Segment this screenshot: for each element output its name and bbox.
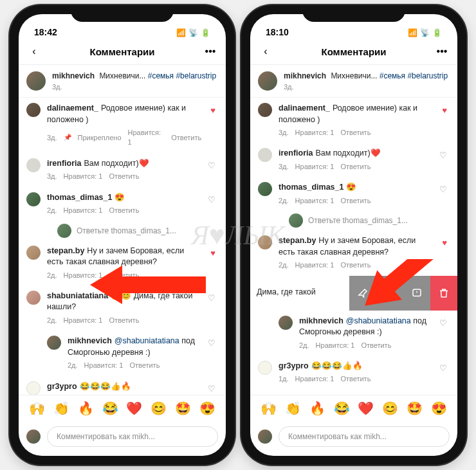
comment-username[interactable]: irenfioria	[47, 159, 82, 168]
likes-count[interactable]: Нравится: 1	[295, 196, 334, 206]
more-icon[interactable]: •••	[204, 45, 217, 58]
avatar[interactable]	[26, 381, 41, 395]
emoji-option[interactable]: 🔥	[309, 401, 325, 416]
avatar[interactable]	[258, 361, 272, 375]
comment-username[interactable]: irenfioria	[279, 149, 313, 158]
emoji-option[interactable]: ❤️	[358, 401, 374, 416]
like-icon[interactable]: ♥	[439, 235, 450, 250]
comment-reply-item[interactable]: mikhnevich@shabuniatatiana под Сморгонью…	[19, 330, 226, 375]
avatar[interactable]	[26, 246, 41, 260]
like-icon[interactable]: ♡	[437, 361, 450, 375]
avatar[interactable]	[258, 71, 277, 91]
comment-time: 2д.	[279, 196, 289, 206]
like-icon[interactable]: ♡	[437, 182, 450, 197]
emoji-option[interactable]: ❤️	[126, 401, 142, 416]
likes-count[interactable]: Нравится: 1	[64, 316, 103, 325]
reply-link[interactable]: Ответить	[340, 162, 371, 172]
reply-link[interactable]: Ответить	[109, 316, 139, 325]
comment-username[interactable]: mikhnevich	[299, 316, 343, 325]
avatar[interactable]	[258, 235, 272, 249]
comment-item[interactable]: dalinaement_Родовое имение) как и положе…	[250, 98, 457, 143]
comment-item[interactable]: gr3ypro😂😂😂👍🔥 1д. Нравится: 1 Ответить ♡	[19, 376, 226, 395]
emoji-option[interactable]: 😊	[382, 401, 398, 416]
likes-count[interactable]: Нравится: 1	[64, 206, 103, 215]
likes-count[interactable]: Нравится: 1	[316, 341, 355, 350]
likes-count[interactable]: Нравится: 1	[64, 172, 103, 181]
post-username[interactable]: mikhnevich	[284, 71, 326, 80]
avatar[interactable]	[26, 291, 41, 305]
reply-link[interactable]: Ответить	[129, 361, 160, 370]
comment-username[interactable]: stepan.by	[47, 246, 84, 255]
comment-item[interactable]: thomas_dimas_1😍 2д. Нравится: 1 Ответить…	[250, 177, 457, 211]
avatar[interactable]	[26, 103, 41, 117]
comment-username[interactable]: gr3ypro	[47, 382, 77, 391]
comment-item[interactable]: gr3ypro😂😂😂👍🔥 1д. Нравится: 1 Ответить ♡	[250, 356, 457, 390]
emoji-option[interactable]: 😍	[199, 401, 215, 416]
comment-input[interactable]: Комментировать как mikh...	[47, 426, 218, 447]
emoji-option[interactable]: 😊	[151, 401, 167, 416]
like-icon[interactable]: ♡	[205, 158, 218, 173]
like-icon[interactable]: ♡	[437, 148, 450, 163]
reply-prompt[interactable]: Ответьте thomas_dimas_1...	[250, 211, 457, 230]
comment-item[interactable]: thomas_dimas_1😍 2д. Нравится: 1 Ответить…	[19, 187, 226, 221]
avatar[interactable]	[258, 148, 272, 162]
likes-count[interactable]: Нравится: 1	[295, 128, 334, 138]
avatar[interactable]	[47, 336, 61, 350]
post-username[interactable]: mikhnevich	[52, 71, 95, 80]
reply-link[interactable]: Ответить	[340, 128, 371, 138]
comment-time: 2д.	[47, 206, 57, 215]
like-icon[interactable]: ♡	[205, 381, 218, 395]
emoji-option[interactable]: 🙌	[29, 401, 45, 416]
reply-link[interactable]: Ответить	[340, 374, 371, 384]
avatar[interactable]	[279, 316, 293, 330]
reply-prompt[interactable]: Ответьте thomas_dimas_1...	[19, 221, 226, 240]
likes-count[interactable]: Нравится: 1	[295, 374, 334, 384]
like-icon[interactable]: ♡	[205, 291, 218, 305]
emoji-option[interactable]: 🔥	[78, 401, 94, 416]
like-icon[interactable]: ♥	[208, 246, 218, 260]
comment-input[interactable]: Комментировать как mikh...	[279, 426, 450, 447]
emoji-option[interactable]: 🤩	[407, 401, 423, 416]
post-hashtags[interactable]: #семья #belarustrip	[148, 71, 216, 80]
post-text: Михневичи...	[331, 71, 377, 80]
likes-count[interactable]: Нравится: 1	[84, 361, 124, 370]
mention[interactable]: @shabuniatatiana	[114, 336, 179, 345]
avatar[interactable]	[258, 182, 272, 196]
comment-item[interactable]: irenfioriaВам подходит)❤️ 3д. Нравится: …	[250, 143, 457, 177]
reply-link[interactable]: Ответить	[340, 196, 371, 206]
emoji-option[interactable]: 🙌	[261, 401, 277, 416]
avatar[interactable]	[258, 103, 272, 117]
likes-count[interactable]: Нравится: 1	[295, 260, 334, 270]
comment-username[interactable]: stepan.by	[279, 236, 316, 245]
reply-link[interactable]: Ответить	[171, 133, 201, 143]
comment-username[interactable]: mikhnevich	[68, 336, 112, 345]
back-icon[interactable]: ‹	[28, 45, 41, 58]
reply-link[interactable]: Ответить	[109, 172, 139, 181]
emoji-option[interactable]: 👏	[53, 401, 69, 416]
avatar[interactable]	[26, 71, 46, 91]
like-icon[interactable]: ♥	[208, 103, 218, 118]
comment-username[interactable]: gr3ypro	[279, 361, 309, 370]
avatar[interactable]	[26, 192, 41, 206]
comment-username[interactable]: dalinaement_	[279, 104, 330, 113]
comment-username[interactable]: dalinaement_	[47, 104, 98, 113]
emoji-option[interactable]: 😍	[431, 401, 447, 416]
emoji-option[interactable]: 🤩	[175, 401, 191, 416]
comment-item[interactable]: irenfioriaВам подходит)❤️ 3д. Нравится: …	[19, 153, 226, 187]
like-icon[interactable]: ♡	[205, 192, 218, 207]
comment-username[interactable]: thomas_dimas_1	[47, 193, 112, 202]
avatar[interactable]	[26, 158, 41, 172]
post-hashtags[interactable]: #семья #belarustrip	[380, 71, 448, 80]
likes-count[interactable]: Нравится: 1	[128, 128, 165, 148]
emoji-option[interactable]: 😂	[334, 401, 350, 416]
comment-username[interactable]: thomas_dimas_1	[279, 183, 343, 192]
likes-count[interactable]: Нравится: 1	[295, 162, 334, 172]
like-icon[interactable]: ♥	[439, 103, 450, 118]
emoji-option[interactable]: 😂	[102, 401, 118, 416]
emoji-option[interactable]: 👏	[285, 401, 301, 416]
reply-link[interactable]: Ответить	[109, 206, 139, 215]
more-icon[interactable]: •••	[435, 45, 448, 58]
comment-item[interactable]: dalinaement_Родовое имение) как и положе…	[19, 98, 226, 153]
like-icon[interactable]: ♡	[205, 336, 218, 350]
back-icon[interactable]: ‹	[259, 45, 272, 58]
